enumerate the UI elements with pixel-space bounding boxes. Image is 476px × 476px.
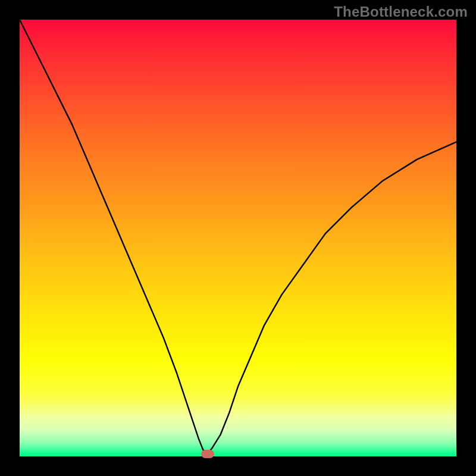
bottleneck-curve — [20, 20, 456, 456]
chart-frame: TheBottleneck.com — [0, 0, 476, 476]
watermark-text: TheBottleneck.com — [334, 4, 468, 20]
plot-area — [20, 20, 456, 456]
optimal-point-marker — [201, 450, 214, 458]
